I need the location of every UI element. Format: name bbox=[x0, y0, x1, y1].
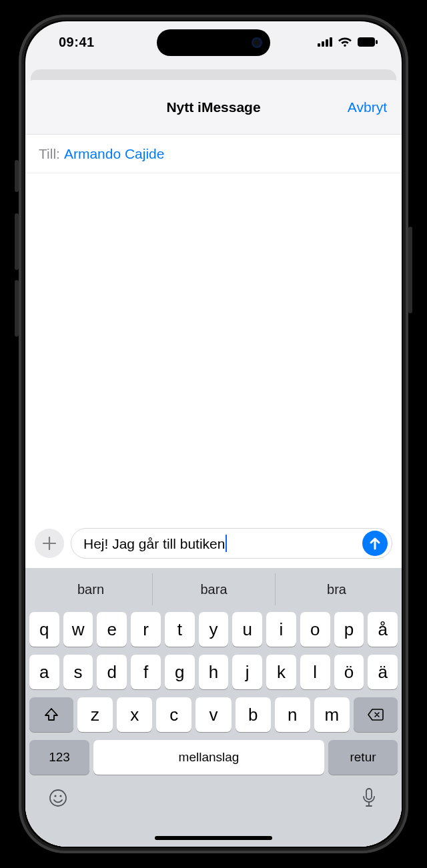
to-field-row[interactable]: Till: Armando Cajide bbox=[25, 135, 402, 173]
dictation-button[interactable] bbox=[358, 787, 380, 809]
key-a[interactable]: a bbox=[29, 655, 59, 689]
key-z[interactable]: z bbox=[77, 697, 113, 732]
home-indicator[interactable] bbox=[155, 836, 272, 840]
svg-rect-3 bbox=[330, 37, 332, 47]
key-row-3: z x c v b n m bbox=[29, 697, 398, 732]
to-recipient[interactable]: Armando Cajide bbox=[64, 146, 165, 162]
cancel-button[interactable]: Avbryt bbox=[348, 99, 387, 115]
key-c[interactable]: c bbox=[156, 697, 191, 732]
shift-key[interactable] bbox=[29, 697, 73, 732]
svg-point-6 bbox=[50, 790, 66, 806]
navbar: Nytt iMessage Avbryt bbox=[25, 80, 402, 135]
compose-sheet: Nytt iMessage Avbryt Till: Armando Cajid… bbox=[25, 80, 402, 847]
text-cursor bbox=[226, 535, 227, 552]
message-composer: Hej! Jag går till butiken bbox=[25, 521, 402, 568]
key-q[interactable]: q bbox=[29, 612, 59, 647]
return-key[interactable]: retur bbox=[328, 740, 398, 775]
to-label: Till: bbox=[39, 146, 60, 162]
svg-rect-2 bbox=[326, 39, 328, 47]
cellular-icon bbox=[318, 37, 332, 47]
key-b[interactable]: b bbox=[236, 697, 271, 732]
battery-icon bbox=[358, 37, 378, 47]
keyboard: barn bara bra q w e r t y u i o p å bbox=[25, 568, 402, 847]
add-attachment-button[interactable] bbox=[35, 529, 64, 558]
plus-icon bbox=[43, 537, 56, 550]
key-f[interactable]: f bbox=[131, 655, 161, 689]
wifi-icon bbox=[338, 37, 352, 47]
send-button[interactable] bbox=[362, 531, 388, 556]
backspace-icon bbox=[367, 708, 384, 721]
suggestion-2[interactable]: bara bbox=[152, 573, 275, 605]
suggestion-3[interactable]: bra bbox=[275, 573, 398, 605]
message-text: Hej! Jag går till butiken bbox=[83, 536, 225, 551]
key-k[interactable]: k bbox=[266, 655, 296, 689]
key-o[interactable]: o bbox=[300, 612, 330, 647]
space-key[interactable]: mellanslag bbox=[93, 740, 324, 775]
emoji-button[interactable] bbox=[47, 787, 69, 809]
key-s[interactable]: s bbox=[63, 655, 93, 689]
emoji-icon bbox=[48, 788, 68, 808]
svg-rect-0 bbox=[318, 43, 320, 47]
key-m[interactable]: m bbox=[314, 697, 350, 732]
numbers-key[interactable]: 123 bbox=[29, 740, 89, 775]
key-row-2: a s d f g h j k l ö ä bbox=[29, 655, 398, 689]
suggestion-bar: barn bara bra bbox=[29, 573, 398, 605]
microphone-icon bbox=[362, 788, 376, 808]
key-p[interactable]: p bbox=[334, 612, 364, 647]
key-g[interactable]: g bbox=[165, 655, 195, 689]
key-å[interactable]: å bbox=[368, 612, 398, 647]
keyboard-toolbar bbox=[29, 783, 398, 809]
iphone-screen: 09:41 Nytt iMessage Avbryt Till: Armando… bbox=[25, 21, 402, 847]
key-e[interactable]: e bbox=[97, 612, 127, 647]
key-j[interactable]: j bbox=[232, 655, 262, 689]
key-t[interactable]: t bbox=[165, 612, 195, 647]
message-input[interactable]: Hej! Jag går till butiken bbox=[71, 528, 392, 559]
key-row-1: q w e r t y u i o p å bbox=[29, 612, 398, 647]
key-row-4: 123 mellanslag retur bbox=[29, 740, 398, 775]
svg-rect-9 bbox=[366, 789, 372, 799]
key-ö[interactable]: ö bbox=[334, 655, 364, 689]
svg-rect-1 bbox=[322, 41, 324, 47]
key-y[interactable]: y bbox=[199, 612, 229, 647]
key-n[interactable]: n bbox=[275, 697, 310, 732]
dynamic-island bbox=[157, 29, 270, 56]
key-r[interactable]: r bbox=[131, 612, 161, 647]
arrow-up-icon bbox=[369, 537, 381, 550]
key-w[interactable]: w bbox=[63, 612, 93, 647]
svg-rect-4 bbox=[358, 37, 375, 47]
key-x[interactable]: x bbox=[117, 697, 152, 732]
svg-point-7 bbox=[54, 795, 56, 797]
sheet-title: Nytt iMessage bbox=[25, 99, 402, 115]
conversation-area bbox=[25, 173, 402, 521]
status-time: 09:41 bbox=[59, 35, 95, 50]
key-d[interactable]: d bbox=[97, 655, 127, 689]
status-icons bbox=[318, 37, 378, 47]
key-h[interactable]: h bbox=[199, 655, 229, 689]
key-ä[interactable]: ä bbox=[368, 655, 398, 689]
key-i[interactable]: i bbox=[266, 612, 296, 647]
shift-icon bbox=[44, 707, 59, 722]
svg-rect-5 bbox=[376, 40, 378, 44]
key-v[interactable]: v bbox=[195, 697, 231, 732]
suggestion-1[interactable]: barn bbox=[29, 573, 152, 605]
key-u[interactable]: u bbox=[232, 612, 262, 647]
svg-point-8 bbox=[59, 795, 61, 797]
backspace-key[interactable] bbox=[354, 697, 398, 732]
key-l[interactable]: l bbox=[300, 655, 330, 689]
